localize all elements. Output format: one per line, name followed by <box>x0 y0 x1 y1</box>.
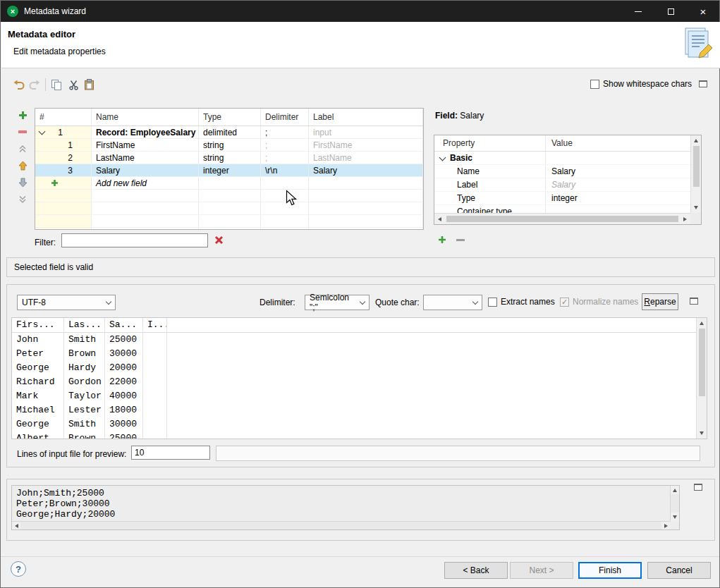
record-type-cell[interactable]: delimited <box>199 126 261 139</box>
grid-column-header[interactable]: I... <box>143 318 167 332</box>
move-bottom-icon[interactable] <box>16 191 30 208</box>
grid-cell[interactable]: Lester <box>64 403 105 417</box>
field-type-cell[interactable]: string <box>199 152 261 164</box>
grid-cell[interactable]: George <box>12 361 64 375</box>
column-header-type[interactable]: Type <box>199 109 261 125</box>
grid-cell[interactable]: 20000 <box>105 361 143 375</box>
remove-field-icon[interactable] <box>16 123 30 140</box>
plus-icon[interactable] <box>51 179 59 187</box>
clear-filter-icon[interactable] <box>214 235 224 247</box>
grid-cell[interactable]: 18000 <box>105 403 143 417</box>
raw-hscrollbar[interactable] <box>12 521 670 529</box>
grid-cell[interactable]: Mark <box>12 389 64 403</box>
grid-row[interactable]: GeorgeHardy20000 <box>12 361 707 375</box>
column-header-delimiter[interactable]: Delimiter <box>261 109 309 125</box>
grid-cell[interactable] <box>143 417 167 431</box>
scroll-down-icon[interactable] <box>671 513 679 521</box>
collapse-chevron-icon[interactable] <box>439 154 446 161</box>
field-row[interactable]: 1 FirstName string ; FirstName <box>35 139 423 152</box>
record-delimiter-cell[interactable]: ; <box>261 126 309 139</box>
maximize-button[interactable] <box>654 1 687 22</box>
column-header-value[interactable]: Value <box>546 135 690 151</box>
field-label-cell[interactable]: FirstName <box>309 139 423 152</box>
remove-property-icon[interactable] <box>456 239 465 241</box>
field-delimiter-cell[interactable]: ; <box>261 152 309 164</box>
help-button[interactable]: ? <box>11 561 26 577</box>
grid-cell[interactable] <box>143 403 167 417</box>
scroll-down-icon[interactable] <box>691 202 701 213</box>
scroll-right-icon[interactable] <box>661 522 670 529</box>
record-num-cell[interactable]: 1 <box>35 126 92 139</box>
grid-row[interactable]: GeorgeSmith30000 <box>12 417 707 431</box>
grid-column-header[interactable]: Las... <box>64 318 105 332</box>
property-value-cell[interactable]: Salary <box>546 165 690 178</box>
editor-maximize-icon[interactable] <box>699 80 707 87</box>
titlebar[interactable]: × Metadata wizard × <box>1 1 719 22</box>
move-up-icon[interactable] <box>16 157 30 174</box>
extract-names-option[interactable]: Extract names <box>488 297 555 307</box>
scroll-down-icon[interactable] <box>697 428 707 439</box>
field-label-cell[interactable]: Salary <box>309 164 423 177</box>
grid-cell[interactable]: Taylor <box>64 389 105 403</box>
grid-row[interactable]: MarkTaylor40000 <box>12 389 707 403</box>
grid-row[interactable]: PeterBrown30000 <box>12 347 707 361</box>
raw-vscrollbar[interactable] <box>670 486 679 521</box>
quote-char-select[interactable] <box>423 295 482 310</box>
grid-cell[interactable]: 25000 <box>105 431 143 439</box>
field-label-cell[interactable]: LastName <box>309 152 423 164</box>
field-row[interactable]: 2 LastName string ; LastName <box>35 152 423 164</box>
scroll-up-icon[interactable] <box>691 135 701 146</box>
back-button[interactable]: < Back <box>444 562 508 579</box>
property-row[interactable]: Name Salary <box>434 165 690 178</box>
grid-column-header[interactable]: Firs... <box>12 318 64 332</box>
grid-cell[interactable]: Richard <box>12 375 64 389</box>
grid-cell[interactable]: Peter <box>12 347 64 361</box>
field-name-cell[interactable]: LastName <box>92 152 199 164</box>
grid-cell[interactable] <box>143 431 167 439</box>
column-header-property[interactable]: Property <box>434 135 546 151</box>
grid-cell[interactable]: George <box>12 417 64 431</box>
properties-hscrollbar[interactable] <box>434 213 690 224</box>
field-name-cell[interactable]: Salary <box>92 164 199 177</box>
grid-cell[interactable]: Brown <box>64 347 105 361</box>
add-property-icon[interactable] <box>438 235 446 246</box>
scroll-up-icon[interactable] <box>671 486 679 494</box>
column-header-label[interactable]: Label <box>309 109 423 125</box>
field-num-cell[interactable]: 1 <box>35 139 92 152</box>
filter-input[interactable] <box>61 233 208 247</box>
add-field-cell[interactable] <box>35 177 92 190</box>
collapse-chevron-icon[interactable] <box>39 128 46 135</box>
field-delimiter-cell[interactable]: \r\n <box>261 164 309 177</box>
scroll-up-icon[interactable] <box>697 318 707 329</box>
grid-cell[interactable]: Albert <box>12 431 64 439</box>
finish-button[interactable]: Finish <box>578 562 642 579</box>
scroll-left-icon[interactable] <box>434 214 445 224</box>
scroll-right-icon[interactable] <box>680 214 690 224</box>
property-value-cell[interactable]: Salary <box>546 178 690 191</box>
property-group-row[interactable]: Basic <box>434 152 690 165</box>
cancel-button[interactable]: Cancel <box>647 562 711 579</box>
field-num-cell[interactable]: 3 <box>35 164 92 177</box>
scrollbar-thumb[interactable] <box>699 329 705 396</box>
record-label-cell[interactable]: input <box>309 126 423 139</box>
grid-cell[interactable]: 30000 <box>105 417 143 431</box>
property-name-cell[interactable]: Type <box>434 192 546 204</box>
property-name-cell[interactable]: Container type <box>434 205 546 213</box>
preview-grid-vscrollbar[interactable] <box>696 318 707 439</box>
grid-cell[interactable]: Hardy <box>64 361 105 375</box>
property-name-cell[interactable]: Name <box>434 165 546 178</box>
grid-cell[interactable]: Smith <box>64 417 105 431</box>
extract-names-checkbox[interactable] <box>488 298 497 307</box>
grid-cell[interactable]: John <box>12 333 64 347</box>
grid-row[interactable]: JohnSmith25000 <box>12 333 707 347</box>
add-field-label[interactable]: Add new field <box>92 177 199 190</box>
grid-cell[interactable]: Brown <box>64 431 105 439</box>
property-name-cell[interactable]: Label <box>434 178 546 191</box>
reparse-button[interactable]: Reparse <box>642 293 678 310</box>
grid-cell[interactable]: 40000 <box>105 389 143 403</box>
undo-icon[interactable] <box>11 77 26 92</box>
property-value-cell[interactable]: integer <box>546 192 690 204</box>
cut-icon[interactable] <box>66 77 81 92</box>
property-row[interactable]: Label Salary <box>434 178 690 192</box>
grid-cell[interactable] <box>143 347 167 361</box>
